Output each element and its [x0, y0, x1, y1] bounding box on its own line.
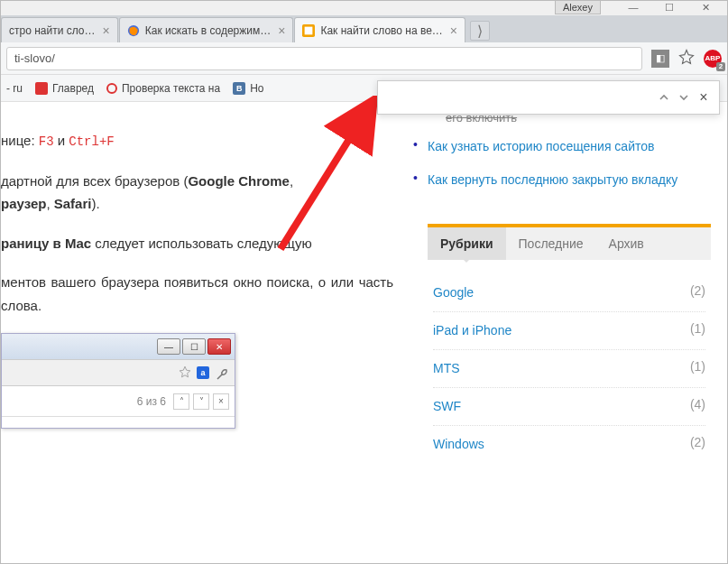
site-icon [302, 24, 315, 37]
bookmark-star-icon[interactable] [678, 49, 695, 68]
inset-find-count: 6 из 6 [137, 393, 166, 411]
list-item: Как узнать историю посещения сайтов [428, 130, 711, 163]
related-link[interactable]: Как вернуть последнюю закрытую вкладку [428, 172, 677, 187]
find-prev-button[interactable] [654, 88, 674, 107]
abp-icon[interactable]: ABP [704, 50, 722, 68]
category-link[interactable]: iPad и iPhone [433, 321, 511, 340]
article-paragraph: нице: F3 и Ctrl+F [1, 129, 393, 153]
bookmark-label: Проверка текста на [122, 82, 220, 95]
wrench-icon [215, 365, 229, 380]
category-count: (1) [690, 321, 705, 340]
firefox-icon [127, 24, 140, 37]
window-maximize[interactable]: ☐ [651, 1, 687, 14]
category-link[interactable]: Google [433, 283, 474, 302]
bookmark-item[interactable]: B Но [233, 82, 263, 95]
related-links: Как узнать историю посещения сайтов Как … [428, 130, 711, 197]
browser-tab[interactable]: Как искать в содержим… × [119, 17, 294, 42]
category-count: (4) [690, 397, 705, 416]
inset-maximize-icon: ☐ [182, 338, 206, 355]
find-input[interactable] [383, 87, 654, 108]
window-minimize[interactable]: — [615, 1, 651, 14]
browser-tab[interactable]: стро найти сло… × [1, 17, 118, 42]
user-tag: Alexey [555, 1, 601, 14]
star-icon [179, 362, 191, 385]
chevron-down-icon: ˅ [193, 393, 209, 410]
close-icon[interactable]: × [103, 23, 110, 38]
bookmark-label: - ru [6, 82, 23, 95]
bookmark-label: Главред [52, 82, 94, 95]
category-link[interactable]: Windows [433, 435, 484, 454]
widget-tab-headers: Рубрики Последние Архив [428, 227, 711, 260]
article-paragraph: дартной для всех браузеров (Google Chrom… [1, 170, 393, 216]
related-link[interactable]: Как узнать историю посещения сайтов [428, 139, 654, 153]
window-titlebar: Alexey — ☐ ✕ [1, 1, 727, 15]
list-item: SWF(4) [433, 388, 705, 426]
sidebar: его включить Как узнать историю посещени… [402, 102, 727, 563]
inset-toolbar: a [2, 359, 235, 386]
article-main: нице: F3 и Ctrl+F дартной для всех брауз… [1, 102, 402, 563]
site-icon [106, 83, 117, 94]
category-list: Google(2) iPad и iPhone(1) MTS(1) SWF(4)… [428, 260, 711, 463]
site-icon [35, 82, 48, 95]
close-icon: × [213, 393, 229, 410]
inset-screenshot: — ☐ ✕ a 6 из 6 ˄ ˅ × [1, 333, 235, 429]
svg-rect-2 [305, 26, 313, 34]
bookmark-label: Но [250, 82, 263, 95]
new-tab-button[interactable]: ⟩ [470, 21, 490, 41]
addr-actions: ◧ ABP [651, 49, 722, 68]
widget-tab-archive[interactable]: Архив [596, 227, 657, 260]
list-item: Google(2) [433, 274, 705, 312]
inset-close-icon: ✕ [207, 338, 231, 355]
article-paragraph: раницу в Mac следует использовать следую… [1, 232, 393, 255]
extension-icon: a [197, 366, 209, 379]
inset-find-bar: 6 из 6 ˄ ˅ × [2, 386, 235, 417]
inset-minimize-icon: — [157, 338, 180, 355]
chevron-up-icon: ˄ [173, 393, 189, 410]
bookmark-item[interactable]: Главред [35, 82, 94, 95]
bookmark-item[interactable]: Проверка текста на [106, 82, 220, 95]
find-in-page-bar: × [377, 80, 720, 115]
category-count: (2) [690, 435, 705, 454]
tab-title: Как искать в содержим… [145, 24, 272, 37]
inset-titlebar: — ☐ ✕ [2, 334, 235, 359]
category-count: (2) [690, 283, 705, 302]
vk-icon: B [233, 82, 245, 95]
tab-title: Как найти слово на ве… [320, 24, 442, 37]
list-item: Как вернуть последнюю закрытую вкладку [428, 163, 711, 197]
tab-title: стро найти сло… [9, 24, 96, 37]
list-item: iPad и iPhone(1) [433, 312, 705, 350]
category-widget: Рубрики Последние Архив Google(2) iPad и… [428, 224, 711, 463]
list-item: Windows(2) [433, 426, 705, 463]
category-link[interactable]: MTS [433, 359, 460, 378]
inset-body [2, 417, 235, 428]
widget-tab-rubrics[interactable]: Рубрики [428, 227, 506, 260]
find-close-button[interactable]: × [694, 88, 714, 107]
window-close[interactable]: ✕ [687, 1, 723, 14]
list-item: MTS(1) [433, 350, 705, 388]
bookmark-item[interactable]: - ru [6, 82, 23, 95]
url-text: ti-slovo/ [14, 51, 55, 65]
category-count: (1) [690, 359, 705, 378]
article-paragraph: ментов вашего браузера появиться окно по… [1, 271, 393, 317]
page-content: нице: F3 и Ctrl+F дартной для всех брауз… [1, 102, 727, 563]
find-next-button[interactable] [674, 88, 694, 107]
url-input[interactable]: ti-slovo/ [6, 47, 642, 70]
reader-icon[interactable]: ◧ [651, 50, 669, 68]
widget-tab-latest[interactable]: Последние [506, 227, 596, 260]
tab-strip: стро найти сло… × Как искать в содержим…… [1, 15, 727, 42]
close-icon[interactable]: × [278, 23, 285, 38]
address-bar-row: ti-slovo/ ◧ ABP [1, 42, 727, 75]
category-link[interactable]: SWF [433, 397, 461, 416]
browser-tab[interactable]: Как найти слово на ве… × [294, 17, 465, 42]
close-icon[interactable]: × [450, 23, 457, 38]
